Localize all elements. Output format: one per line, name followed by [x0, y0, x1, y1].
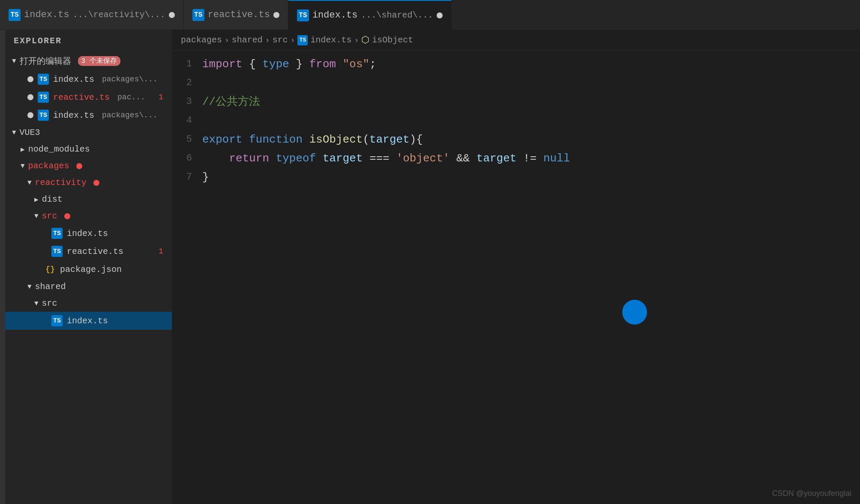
folder-dist[interactable]: ▶ dist: [5, 191, 172, 208]
line-content: return typeof target === 'object' && tar…: [202, 149, 570, 168]
open-editors-section[interactable]: ▼ 打开的编辑器 3 个未保存: [5, 52, 172, 70]
main-area: EXPLORER ▼ 打开的编辑器 3 个未保存 TS index.ts pac…: [0, 30, 860, 504]
ts-icon: TS: [51, 228, 63, 239]
open-file-reactive[interactable]: TS reactive.ts pac... 1: [5, 88, 172, 106]
ts-icon: TS: [38, 92, 49, 103]
breadcrumb-sep: ›: [354, 36, 359, 45]
tab-index-shared[interactable]: TS index.ts ...\shared\...: [288, 0, 452, 30]
file-path: packages\...: [102, 111, 158, 119]
ts-icon: TS: [9, 9, 21, 21]
code-editor[interactable]: 1 import { type } from "os"; 2 3 //公共方法: [172, 51, 860, 504]
unsaved-dot: [27, 76, 33, 82]
line-number: 5: [172, 130, 202, 149]
breadcrumb-sep: ›: [265, 36, 270, 45]
line-number: 3: [172, 92, 202, 111]
folder-name: src: [42, 211, 57, 221]
tab-path: ...\shared\...: [361, 10, 433, 20]
folder-packages[interactable]: ▼ packages: [5, 158, 172, 174]
chevron-down-icon: ▼: [27, 179, 32, 187]
tab-unsaved-dot: [437, 12, 443, 18]
file-package-json[interactable]: {} package.json: [5, 260, 172, 278]
line-number: 7: [172, 168, 202, 187]
file-name: reactive.ts: [67, 247, 123, 256]
tab-path: ...\reactivity\...: [73, 10, 165, 20]
folder-src-reactivity[interactable]: ▼ src: [5, 208, 172, 224]
code-line-5: 5 export function isObject(target){: [172, 130, 860, 149]
tab-name: reactive.ts: [208, 9, 270, 20]
chevron-down-icon: ▼: [21, 162, 25, 170]
open-file-index-reactivity[interactable]: TS index.ts packages\...: [5, 70, 172, 88]
line-number: 4: [172, 111, 202, 130]
tab-bar: TS index.ts ...\reactivity\... TS reacti…: [0, 0, 860, 30]
open-file-index-shared[interactable]: TS index.ts packages\...: [5, 106, 172, 124]
line-content: export function isObject(target){: [202, 130, 423, 149]
breadcrumb: packages › shared › src › TS index.ts › …: [172, 30, 860, 51]
chevron-down-icon: ▼: [34, 212, 39, 220]
open-editors-label: 打开的编辑器: [20, 55, 71, 67]
error-dot: [76, 163, 82, 169]
breadcrumb-shared[interactable]: shared: [232, 35, 263, 45]
code-line-6: 6 return typeof target === 'object' && t…: [172, 149, 860, 168]
line-content: import { type } from "os";: [202, 55, 376, 74]
code-line-3: 3 //公共方法: [172, 92, 860, 111]
tab-name: index.ts: [312, 10, 358, 21]
code-line-2: 2: [172, 74, 860, 92]
file-index-reactivity-src[interactable]: TS index.ts: [5, 224, 172, 242]
breadcrumb-symbol[interactable]: isObject: [372, 35, 413, 45]
error-count: 1: [159, 93, 163, 101]
ts-icon: TS: [192, 9, 204, 21]
vue3-label: VUE3: [20, 128, 40, 137]
line-number: 2: [172, 74, 202, 92]
tab-index-reactivity[interactable]: TS index.ts ...\reactivity\...: [0, 0, 184, 30]
chevron-down-icon: ▼: [12, 129, 16, 137]
tab-reactive[interactable]: TS reactive.ts: [184, 0, 288, 30]
vue3-section[interactable]: ▼ VUE3: [5, 124, 172, 141]
file-name: package.json: [60, 265, 122, 274]
line-number: 6: [172, 149, 202, 168]
breadcrumb-src[interactable]: src: [273, 35, 288, 45]
tab-unsaved-dot: [169, 12, 175, 18]
sidebar-title: EXPLORER: [5, 30, 172, 52]
ts-icon: TS: [38, 74, 49, 85]
file-name: index.ts: [67, 229, 108, 239]
folder-src-shared[interactable]: ▼ src: [5, 295, 172, 312]
chevron-down-icon: ▼: [12, 57, 16, 65]
folder-name: reactivity: [35, 178, 87, 188]
ts-icon: TS: [297, 9, 309, 21]
error-dot: [64, 213, 70, 219]
code-content: 1 import { type } from "os"; 2 3 //公共方法: [172, 51, 860, 504]
breadcrumb-symbol-icon: ⬡: [361, 34, 369, 46]
breadcrumb-packages[interactable]: packages: [181, 35, 222, 45]
file-name: reactive.ts: [53, 92, 110, 102]
file-index-shared-src[interactable]: TS index.ts: [5, 312, 172, 330]
breadcrumb-sep: ›: [225, 36, 229, 45]
open-editors-badge: 3 个未保存: [78, 56, 120, 66]
chevron-right-icon: ▶: [21, 145, 25, 154]
chevron-down-icon: ▼: [34, 300, 39, 307]
line-content: [202, 74, 209, 92]
folder-node-modules[interactable]: ▶ node_modules: [5, 141, 172, 158]
folder-name: packages: [28, 161, 69, 171]
chevron-down-icon: ▼: [27, 283, 32, 291]
file-reactive[interactable]: TS reactive.ts 1: [5, 242, 172, 260]
folder-reactivity[interactable]: ▼ reactivity: [5, 174, 172, 191]
folder-name: node_modules: [28, 144, 90, 154]
folder-shared[interactable]: ▼ shared: [5, 278, 172, 295]
file-name: index.ts: [53, 110, 94, 120]
breadcrumb-file[interactable]: index.ts: [310, 35, 351, 45]
code-line-4: 4: [172, 111, 860, 130]
json-icon: {}: [45, 264, 56, 275]
file-name: index.ts: [53, 75, 94, 84]
ts-icon: TS: [51, 315, 63, 326]
file-path: pac...: [117, 93, 145, 101]
folder-name: dist: [42, 194, 63, 204]
folder-name: src: [42, 298, 57, 308]
error-dot: [93, 180, 99, 186]
ts-icon: TS: [38, 110, 49, 121]
file-name: index.ts: [67, 316, 108, 326]
tab-unsaved-dot: [273, 12, 279, 18]
ts-icon: TS: [297, 35, 308, 45]
code-line-1: 1 import { type } from "os";: [172, 55, 860, 74]
line-content: [202, 111, 209, 130]
code-line-7: 7 }: [172, 168, 860, 187]
